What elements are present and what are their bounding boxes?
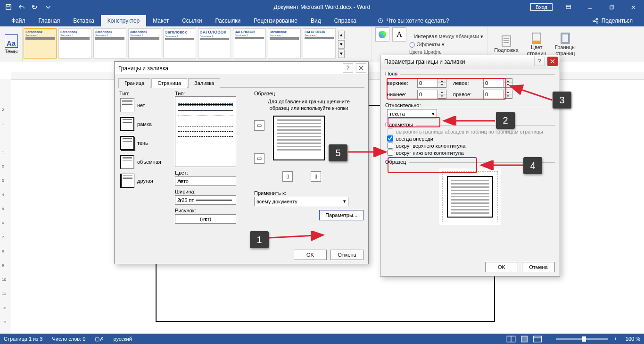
edge-top-button[interactable]: ▭ xyxy=(254,120,264,131)
help-icon[interactable]: ? xyxy=(534,57,545,66)
tab-border[interactable]: Граница xyxy=(118,78,150,88)
setting-3d[interactable]: объемная xyxy=(120,155,170,169)
edge-bottom-button[interactable]: ▭ xyxy=(254,153,264,164)
tell-me[interactable]: Что вы хотите сделать? xyxy=(372,15,454,26)
document-formatting-gallery[interactable]: ЗаголовокЗаголовок 1 ЗаголовокЗаголовок … xyxy=(23,26,372,62)
undo-icon[interactable] xyxy=(16,1,27,13)
setting-box[interactable]: рамка xyxy=(120,117,170,131)
qat-customize-icon[interactable] xyxy=(42,1,54,13)
callout-marker: 4 xyxy=(523,157,542,174)
svg-rect-18 xyxy=(561,33,570,43)
zoom-slider[interactable] xyxy=(556,338,608,340)
zoom-out-button[interactable]: − xyxy=(546,336,553,342)
tab-page-border[interactable]: Страница xyxy=(151,78,187,88)
surround-footer-checkbox[interactable]: вокруг нижнего колонтитула xyxy=(387,150,555,156)
edge-left-button[interactable]: ▯ xyxy=(282,171,293,182)
apply-to-combo[interactable]: всему документу▾ xyxy=(254,197,348,206)
border-preview[interactable] xyxy=(273,116,325,160)
read-mode-icon[interactable] xyxy=(506,335,516,343)
help-icon[interactable]: ? xyxy=(343,63,353,73)
page-borders-button[interactable]: Границы страниц xyxy=(555,32,576,56)
language-indicator[interactable]: русский xyxy=(113,336,132,342)
gallery-item[interactable]: ЗаголовокЗаголовок 1 xyxy=(163,28,196,59)
tab-shading[interactable]: Заливка xyxy=(188,78,220,88)
tab-design[interactable]: Конструктор xyxy=(101,15,146,26)
width-label: Ширина: xyxy=(175,189,249,194)
close-icon[interactable] xyxy=(547,57,558,66)
setting-custom[interactable]: другая xyxy=(120,174,170,188)
themes-button[interactable]: Aa Темы xyxy=(0,26,23,62)
svg-rect-17 xyxy=(532,41,541,43)
gallery-scroll[interactable]: ▴ ▾ ▾ xyxy=(338,28,345,60)
word-count[interactable]: Число слов: 0 xyxy=(52,336,85,342)
setting-none[interactable]: нет xyxy=(120,98,170,112)
callout-marker: 1 xyxy=(250,231,269,248)
width-combo[interactable]: 2,25 пт▾ xyxy=(175,195,236,205)
line-style-listbox[interactable] xyxy=(175,96,236,167)
login-button[interactable]: Вход xyxy=(530,3,553,11)
apply-to-label: Применить к: xyxy=(254,190,363,196)
annotation-arrow xyxy=(347,147,389,157)
dialog-title-bar[interactable]: Границы и заливка ? xyxy=(115,62,368,75)
watermark-button[interactable]: Подложка xyxy=(494,35,518,53)
vertical-ruler[interactable]: 21 12 34 56 78 910 1112 13 xyxy=(0,79,11,334)
gallery-item[interactable]: ЗаголовокЗаголовок 1 xyxy=(268,28,301,59)
options-button[interactable]: Параметры... xyxy=(319,210,363,220)
tell-me-label: Что вы хотите сделать? xyxy=(387,17,449,24)
cancel-button[interactable]: Отмена xyxy=(522,262,555,272)
dialog-tabs: Граница Страница Заливка xyxy=(118,78,364,88)
zoom-in-button[interactable]: + xyxy=(612,336,619,342)
effects-button[interactable]: ◯Эффекты ▾ xyxy=(409,42,483,48)
tab-home[interactable]: Главная xyxy=(32,15,67,26)
page-color-button[interactable]: Цвет страниц xyxy=(527,32,546,56)
setting-shadow[interactable]: тень xyxy=(120,136,170,150)
web-layout-icon[interactable] xyxy=(533,335,542,343)
share-button[interactable]: Поделиться xyxy=(587,15,637,26)
tab-references[interactable]: Ссылки xyxy=(175,15,208,26)
gallery-item[interactable]: ЗаголовокЗаголовок 1 xyxy=(58,28,91,59)
tab-mailings[interactable]: Рассылки xyxy=(208,15,247,26)
proofing-icon[interactable]: ▢✗ xyxy=(95,336,104,342)
options-group: Параметры выровнять границы абзацев и та… xyxy=(385,125,555,156)
ok-button[interactable]: OK xyxy=(485,262,518,272)
colors-button[interactable] xyxy=(375,27,389,42)
color-combo[interactable]: Авто▾ xyxy=(175,176,236,186)
page-indicator[interactable]: Страница 1 из 3 xyxy=(4,336,42,342)
minimize-icon[interactable] xyxy=(579,0,601,14)
ok-button[interactable]: OK xyxy=(294,250,327,260)
tab-help[interactable]: Справка xyxy=(328,15,363,26)
always-in-front-checkbox[interactable]: всегда впереди xyxy=(387,135,555,142)
ribbon-display-icon[interactable] xyxy=(557,0,579,14)
surround-header-checkbox[interactable]: вокруг верхнего колонтитула xyxy=(387,143,555,149)
gallery-item[interactable]: ЗАГОЛОВОКЗаголовок 1 xyxy=(303,28,336,59)
svg-line-22 xyxy=(510,86,552,100)
dialog-title-bar[interactable]: Параметры границы и заливки ? xyxy=(380,55,560,68)
cancel-button[interactable]: Отмена xyxy=(330,250,363,260)
tab-file[interactable]: Файл xyxy=(5,15,32,26)
save-icon[interactable] xyxy=(3,1,14,13)
tab-review[interactable]: Рецензирование xyxy=(247,15,304,26)
svg-rect-1 xyxy=(7,5,9,7)
setting-label: Тип: xyxy=(119,91,170,96)
paragraph-spacing-button[interactable]: ≡Интервал между абзацами ▾ xyxy=(409,34,483,40)
close-icon[interactable] xyxy=(622,0,644,14)
tab-view[interactable]: Вид xyxy=(304,15,328,26)
close-icon[interactable] xyxy=(356,63,366,73)
restore-icon[interactable] xyxy=(601,0,622,14)
gallery-item[interactable]: ЗАГОЛОВОКЗаголовок 1 xyxy=(233,28,266,59)
tab-layout[interactable]: Макет xyxy=(146,15,175,26)
gallery-item[interactable]: ЗАГОЛОВОКЗаголовок 1 xyxy=(198,28,231,59)
edge-right-button[interactable]: ▯ xyxy=(311,171,321,182)
redo-icon[interactable] xyxy=(29,1,41,13)
print-layout-icon[interactable] xyxy=(520,335,529,343)
gallery-item[interactable]: ЗаголовокЗаголовок 1 xyxy=(128,28,161,59)
align-checkbox[interactable]: выровнять границы абзацев и таблиц по гр… xyxy=(387,128,555,134)
zoom-level[interactable]: 100 % xyxy=(626,336,640,342)
themes-label: Темы xyxy=(5,49,18,54)
status-bar: Страница 1 из 3 Число слов: 0 ▢✗ русский… xyxy=(0,334,644,344)
art-combo[interactable]: (нет)▾ xyxy=(175,214,236,224)
gallery-item[interactable]: ЗаголовокЗаголовок 1 xyxy=(24,28,57,59)
tab-insert[interactable]: Вставка xyxy=(66,15,101,26)
gallery-item[interactable]: ЗаголовокЗаголовок 1 xyxy=(93,28,126,59)
fonts-button[interactable]: A xyxy=(392,27,406,42)
